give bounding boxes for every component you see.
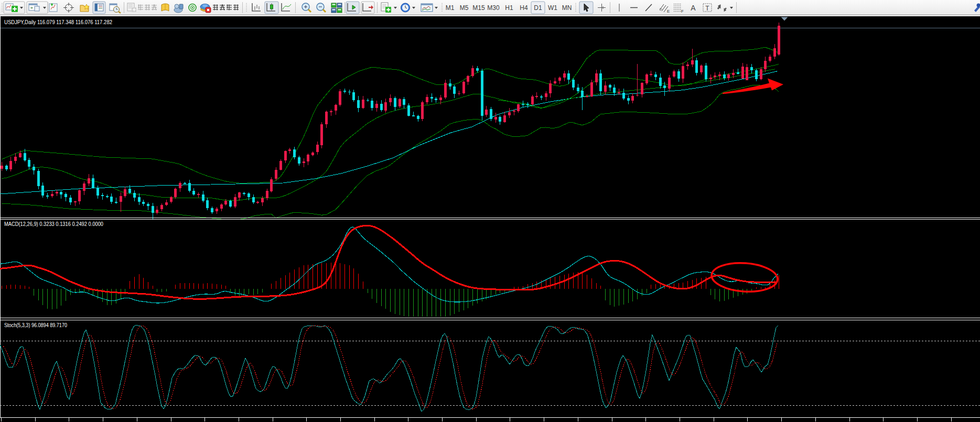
svg-text:D1: D1 [534,4,542,12]
svg-text:F: F [681,9,684,14]
svg-text:M30: M30 [487,4,500,12]
svg-text:M15: M15 [472,4,485,12]
svg-text:M1: M1 [446,4,455,12]
svg-text:H1: H1 [505,4,513,12]
svg-text:M5: M5 [460,4,469,12]
svg-text:MN: MN [562,4,572,12]
svg-text:MACD(12,26,9) 0.3233 0.1316 0.: MACD(12,26,9) 0.3233 0.1316 0.2492 0.000… [4,221,103,227]
svg-text:W1: W1 [548,4,557,12]
svg-text:E: E [667,9,670,14]
svg-text:T: T [705,5,709,12]
svg-text:Stoch(5,3,3) 96.0894 89.7170: Stoch(5,3,3) 96.0894 89.7170 [4,322,67,328]
svg-text:A: A [691,4,696,12]
svg-text:H4: H4 [520,4,528,12]
svg-text:USDJPY,Daily 116.079 117.348: USDJPY,Daily 116.079 117.348 116.076 117… [4,19,112,25]
